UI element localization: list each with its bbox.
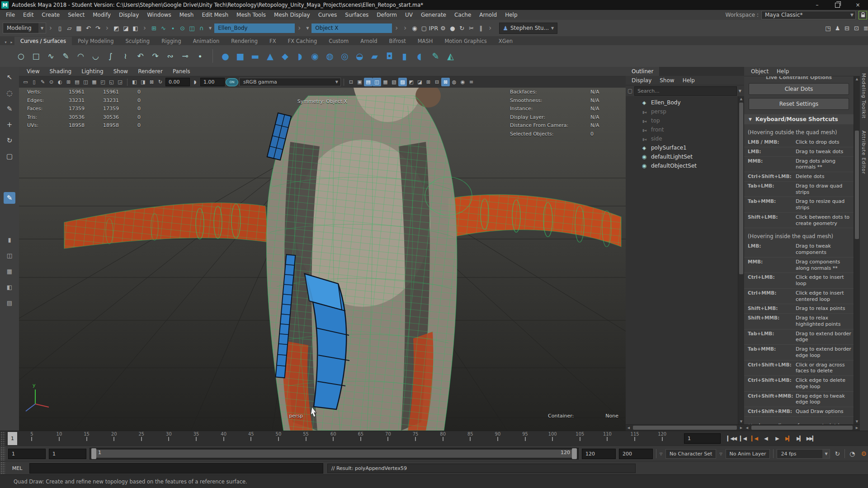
shelf-tab[interactable]: Arnold [354, 37, 383, 45]
workspace-lock-button[interactable] [859, 11, 867, 19]
panel-menu-item[interactable]: View [22, 68, 44, 75]
viewport-toggle-button[interactable]: ▤ [364, 78, 373, 86]
viewport-toggle-button[interactable]: ⊞ [424, 78, 433, 86]
poly-primitive-button[interactable]: ◘ [382, 48, 397, 64]
panel-toggle-button[interactable]: ≣ [861, 23, 868, 33]
playback-button[interactable]: ▎◀ [749, 434, 760, 444]
curve-tool-button[interactable]: ∿ [43, 48, 58, 64]
toolkit-menu-item[interactable]: Help [773, 68, 793, 75]
chevron-down-icon[interactable]: ▼ [207, 26, 214, 30]
curve-tool-button[interactable]: ∾ [163, 48, 178, 64]
scrollbar-thumb[interactable] [751, 426, 853, 430]
file-button[interactable]: ▱ [65, 23, 74, 33]
viewport-toggle-button[interactable]: ◪ [415, 78, 424, 86]
search-input[interactable] [634, 86, 737, 96]
command-language-label[interactable]: MEL [9, 465, 25, 471]
outliner-item[interactable]: defaultObjectSet [626, 161, 744, 170]
poly-primitive-button[interactable]: ◉ [307, 48, 322, 64]
contrast-icon[interactable]: ◗ [191, 78, 199, 86]
viewport-toggle-button[interactable]: ⊟ [433, 78, 441, 86]
layout-button[interactable]: ▮ [4, 234, 15, 245]
menu-item[interactable]: UV [401, 12, 417, 18]
chevron-down-icon[interactable]: ▼ [304, 26, 311, 30]
tool-button[interactable]: ◌ [4, 87, 15, 99]
scroll-left-icon[interactable]: ◀ [744, 425, 750, 431]
shelf-tab[interactable]: Rendering [225, 37, 264, 45]
timeline-ticks[interactable]: 5 10 15 20 [17, 431, 680, 446]
shelf-config-icon[interactable]: ▸ [9, 39, 14, 45]
viewport-toggle-button[interactable]: ▨ [398, 78, 407, 86]
viewport-toggle-button[interactable]: ▦ [90, 78, 99, 86]
shelf-tab[interactable]: XGen [493, 37, 519, 45]
shelf-tool-button[interactable]: ✎ [428, 48, 443, 64]
viewport-toggle-button[interactable]: ▣ [355, 78, 364, 86]
current-frame-marker[interactable]: 1 [8, 432, 17, 445]
panel-toggle-button[interactable]: ⊡ [852, 23, 861, 33]
viewport-toggle-button[interactable]: ◫ [81, 78, 90, 86]
viewport-toggle-button[interactable]: ◱ [107, 78, 116, 86]
menu-item[interactable]: Surfaces [341, 12, 373, 18]
viewport-toggle-button[interactable]: ▧ [390, 78, 398, 86]
menu-set-selector[interactable]: Modeling ▼ [3, 23, 46, 33]
panel-toggle-button[interactable]: ◳ [823, 23, 833, 33]
viewport-toggle-button[interactable]: ▦ [381, 78, 390, 86]
menu-item[interactable]: Display [115, 12, 143, 18]
curve-tool-button[interactable]: ∫ [103, 48, 118, 64]
tool-button[interactable]: ↻ [4, 135, 15, 146]
viewport-toggle-button[interactable]: ◉ [458, 78, 467, 86]
playback-end-field[interactable]: 120 [582, 449, 616, 459]
restore-button[interactable] [827, 0, 848, 10]
curve-tool-button[interactable]: ◡ [88, 48, 103, 64]
current-tool-quad-draw[interactable]: ✎ [4, 192, 15, 204]
scroll-down-icon[interactable]: ▼ [738, 419, 744, 424]
toolbar-separator[interactable] [106, 24, 108, 32]
shelf-tab[interactable]: Custom [323, 37, 354, 45]
viewport-toggle-button[interactable]: ⊞ [64, 78, 73, 86]
toolbar-separator[interactable] [489, 24, 491, 32]
render-button[interactable]: ✂ [467, 23, 476, 33]
viewport-toggle-button[interactable]: ▭ [21, 78, 30, 86]
chevron-down-icon[interactable]: ▽ [719, 452, 722, 456]
menu-item[interactable]: Mesh Display [270, 12, 314, 18]
animation-end-field[interactable]: 200 [619, 449, 653, 459]
menu-item[interactable]: Help [501, 12, 521, 18]
poly-primitive-button[interactable]: ◆ [278, 48, 292, 64]
auto-key-icon[interactable]: ◔ [848, 450, 856, 457]
gamma-field[interactable]: 1.00 [200, 78, 225, 86]
poly-primitive-button[interactable]: ◖ [412, 48, 427, 64]
viewport-toggle-button[interactable]: ◧ [130, 78, 139, 86]
chevron-down-icon[interactable]: ▽ [660, 452, 662, 456]
color-management-toggle[interactable]: ON [226, 78, 238, 86]
viewport-toggle-button[interactable]: ◍ [450, 78, 458, 86]
drag-handle[interactable] [0, 431, 5, 446]
panel-menu-item[interactable]: Renderer [133, 68, 168, 75]
animation-start-field[interactable]: 1 [8, 449, 46, 459]
range-end-handle[interactable] [572, 448, 577, 459]
viewport-toggle-button[interactable]: ⊠ [147, 78, 156, 86]
snap-button[interactable]: ∩ [197, 23, 206, 33]
tool-button[interactable]: ✎ [4, 103, 15, 115]
snap-button[interactable]: ∿ [159, 23, 168, 33]
shelf-tab[interactable]: Motion Graphics [439, 37, 492, 45]
toolbar-separator[interactable] [395, 24, 398, 32]
curve-tool-button[interactable]: ∙ [193, 48, 208, 64]
curve-tool-button[interactable]: ↶ [133, 48, 148, 64]
menu-item[interactable]: Generate [417, 12, 450, 18]
viewport-toggle-button[interactable]: ◩ [407, 78, 415, 86]
playback-button[interactable]: ▶▎ [783, 434, 794, 444]
scroll-up-icon[interactable]: ▲ [738, 96, 744, 102]
range-start-handle[interactable] [91, 448, 96, 459]
range-slider[interactable]: 1 120 [90, 448, 579, 460]
loop-mode-icon[interactable]: ↻ [833, 450, 841, 457]
render-button[interactable]: IPR [429, 23, 438, 33]
snap-button[interactable]: ◫ [187, 23, 197, 33]
render-button[interactable]: ↻ [457, 23, 467, 33]
scroll-down-icon[interactable]: ▼ [854, 419, 860, 424]
menu-item[interactable]: Arnold [475, 12, 501, 18]
animation-preferences-icon[interactable]: ⚙ [859, 450, 868, 457]
tool-button[interactable]: + [4, 119, 15, 131]
menu-item[interactable]: File [2, 12, 19, 18]
user-account-menu[interactable]: ♟ Stephen Stu... ▼ [499, 23, 557, 34]
curve-tool-button[interactable]: ✎ [58, 48, 73, 64]
playback-button[interactable]: ▎◀◀ [726, 434, 737, 444]
